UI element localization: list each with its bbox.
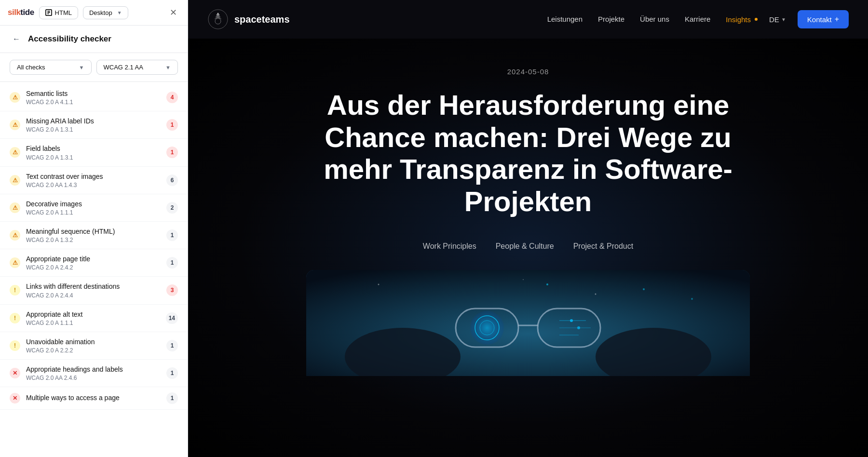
check-item-headings-labels[interactable]: ✕ Appropriate headings and labels WCAG 2… <box>0 360 188 387</box>
tag-work-principles[interactable]: Work Principles <box>423 242 476 251</box>
svg-point-20 <box>643 288 645 290</box>
caution-icon: ! <box>10 285 20 296</box>
check-badge: 1 <box>166 229 178 241</box>
nav-leistungen[interactable]: Leistungen <box>547 15 583 23</box>
nav-insights[interactable]: Insights <box>726 15 758 24</box>
warning-icon: ⚠ <box>10 175 20 186</box>
accessibility-panel: silktide HTML Desktop ▼ ✕ ← Accessibilit… <box>0 0 188 457</box>
check-item-links-different[interactable]: ! Links with different destinations WCAG… <box>0 277 188 304</box>
check-name: Field labels <box>26 144 161 153</box>
check-text: Unavoidable animation WCAG 2.0 A 2.2.2 <box>26 337 161 354</box>
check-badge: 2 <box>166 202 178 214</box>
all-checks-filter[interactable]: All checks ▼ <box>10 60 92 75</box>
check-item-field-labels[interactable]: ⚠ Field labels WCAG 2.0 A 1.3.1 1 <box>0 139 188 166</box>
check-name: Missing ARIA label IDs <box>26 117 161 125</box>
back-button[interactable]: ← <box>10 32 23 46</box>
check-item-meaningful-sequence[interactable]: ⚠ Meaningful sequence (HTML) WCAG 2.0 A … <box>0 222 188 249</box>
check-name: Links with different destinations <box>26 282 161 291</box>
check-text: Links with different destinations WCAG 2… <box>26 282 161 298</box>
check-name: Semantic lists <box>26 89 161 98</box>
check-text: Appropriate alt text WCAG 2.0 A 1.1.1 <box>26 310 160 326</box>
check-item-page-title[interactable]: ⚠ Appropriate page title WCAG 2.0 A 2.4.… <box>0 249 188 277</box>
check-name: Appropriate headings and labels <box>26 365 161 374</box>
check-code: WCAG 2.0 AA 2.4.6 <box>26 375 161 381</box>
check-code: WCAG 2.0 A 2.4.2 <box>26 264 161 271</box>
check-name: Decorative images <box>26 200 161 208</box>
tag-people-culture[interactable]: People & Culture <box>496 242 554 251</box>
plus-icon: + <box>835 15 839 24</box>
view-toggle-button[interactable]: HTML <box>39 6 78 19</box>
hero-image-overlay <box>306 270 750 376</box>
warning-icon: ⚠ <box>10 120 20 130</box>
check-text: Multiple ways to access a page <box>26 393 161 403</box>
check-name: Appropriate alt text <box>26 310 160 319</box>
tag-project-product[interactable]: Project & Product <box>573 242 634 251</box>
check-badge: 4 <box>166 92 178 103</box>
check-name: Appropriate page title <box>26 255 161 263</box>
nav-karriere[interactable]: Karriere <box>685 15 710 23</box>
check-text: Meaningful sequence (HTML) WCAG 2.0 A 1.… <box>26 227 161 243</box>
check-item-alt-text[interactable]: ! Appropriate alt text WCAG 2.0 A 1.1.1 … <box>0 305 188 332</box>
hero-tags: Work Principles People & Culture Project… <box>423 242 633 251</box>
check-badge: 1 <box>166 340 178 351</box>
check-badge: 3 <box>166 284 178 296</box>
check-badge: 14 <box>166 312 178 324</box>
check-item-semantic-lists[interactable]: ⚠ Semantic lists WCAG 2.0 A 4.1.1 4 <box>0 84 188 111</box>
panel-header: ← Accessibility checker <box>0 26 188 53</box>
check-code: WCAG 2.0 A 4.1.1 <box>26 99 161 106</box>
error-icon: ✕ <box>10 368 20 378</box>
check-code: WCAG 2.0 A 1.1.1 <box>26 209 161 216</box>
check-code: WCAG 2.0 A 2.2.2 <box>26 347 161 354</box>
nav-language-selector[interactable]: DE ▼ <box>769 15 786 24</box>
check-text: Semantic lists WCAG 2.0 A 4.1.1 <box>26 89 161 106</box>
check-text: Appropriate headings and labels WCAG 2.0… <box>26 365 161 381</box>
warning-icon: ⚠ <box>10 147 20 158</box>
check-badge: 1 <box>166 147 178 158</box>
check-item-unavoidable-animation[interactable]: ! Unavoidable animation WCAG 2.0 A 2.2.2… <box>0 332 188 360</box>
silktide-logo[interactable]: silktide <box>8 8 34 17</box>
filter1-chevron-icon: ▼ <box>79 65 84 70</box>
svg-point-15 <box>570 319 573 322</box>
check-badge: 6 <box>166 175 178 186</box>
check-code: WCAG 2.0 AA 1.4.3 <box>26 182 161 188</box>
caution-icon: ! <box>10 313 20 323</box>
check-text: Text contrast over images WCAG 2.0 AA 1.… <box>26 172 161 188</box>
site-nav-links: Leistungen Projekte Über uns Karriere In… <box>547 15 758 24</box>
site-nav: spaceteams Leistungen Projekte Über uns … <box>188 0 868 39</box>
check-badge: 1 <box>166 119 178 131</box>
check-text: Missing ARIA label IDs WCAG 2.0 A 1.3.1 <box>26 117 161 133</box>
close-button[interactable]: ✕ <box>166 6 180 19</box>
warning-icon: ⚠ <box>10 92 20 103</box>
svg-point-19 <box>523 279 524 280</box>
nav-projekte[interactable]: Projekte <box>598 15 624 23</box>
desktop-label: Desktop <box>89 9 112 16</box>
site-logo[interactable]: spaceteams <box>207 9 290 30</box>
nav-insights-label: Insights <box>726 15 751 24</box>
check-code: WCAG 2.0 A 2.4.4 <box>26 292 161 299</box>
view-label: HTML <box>55 9 72 16</box>
svg-point-21 <box>378 283 380 285</box>
check-item-missing-aria[interactable]: ⚠ Missing ARIA label IDs WCAG 2.0 A 1.3.… <box>0 111 188 139</box>
nav-contact-label: Kontakt <box>807 15 832 24</box>
check-badge: 1 <box>166 392 178 404</box>
check-item-text-contrast[interactable]: ⚠ Text contrast over images WCAG 2.0 AA … <box>0 167 188 194</box>
check-name: Text contrast over images <box>26 172 161 181</box>
nav-ueber-uns[interactable]: Über uns <box>640 15 669 23</box>
svg-point-22 <box>691 298 693 300</box>
caution-icon: ! <box>10 340 20 351</box>
svg-point-17 <box>546 283 548 285</box>
check-text: Appropriate page title WCAG 2.0 A 2.4.2 <box>26 255 161 271</box>
nav-contact-button[interactable]: Kontakt + <box>798 10 849 28</box>
check-item-decorative-images[interactable]: ⚠ Decorative images WCAG 2.0 A 1.1.1 2 <box>0 194 188 222</box>
warning-icon: ⚠ <box>10 257 20 268</box>
website-preview: spaceteams Leistungen Projekte Über uns … <box>188 0 868 457</box>
warning-icon: ⚠ <box>10 202 20 213</box>
nav-lang-label: DE <box>769 15 779 24</box>
check-name: Meaningful sequence (HTML) <box>26 227 161 236</box>
filter2-chevron-icon: ▼ <box>165 65 171 70</box>
wcag-filter[interactable]: WCAG 2.1 AA ▼ <box>96 60 178 75</box>
insights-dot-icon <box>755 18 758 21</box>
filter-row: All checks ▼ WCAG 2.1 AA ▼ <box>0 53 188 82</box>
check-item-multiple-ways[interactable]: ✕ Multiple ways to access a page 1 <box>0 387 188 410</box>
desktop-select-button[interactable]: Desktop ▼ <box>83 6 128 19</box>
